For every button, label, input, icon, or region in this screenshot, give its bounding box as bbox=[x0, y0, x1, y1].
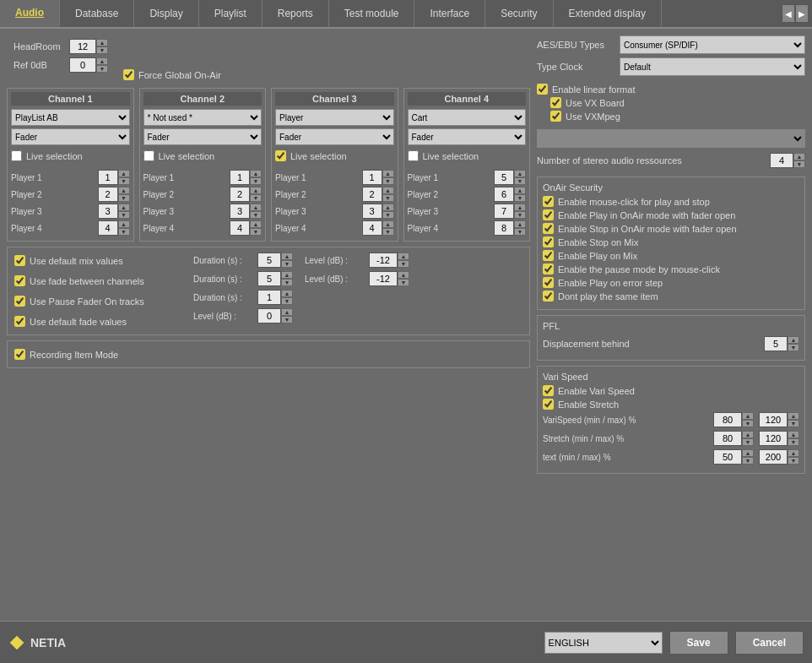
ch3-p1-down[interactable]: ▼ bbox=[382, 177, 394, 185]
ch2-p1-up[interactable]: ▲ bbox=[250, 170, 262, 177]
lev4-up[interactable]: ▲ bbox=[281, 308, 293, 316]
onair-item-3-checkbox[interactable] bbox=[543, 223, 554, 234]
stereo-resources-input[interactable] bbox=[770, 153, 793, 168]
channel-2-fader-select[interactable]: Fader bbox=[143, 128, 263, 145]
vari-min-up[interactable]: ▲ bbox=[742, 412, 754, 420]
text-min-up[interactable]: ▲ bbox=[742, 449, 754, 457]
text-max-input[interactable] bbox=[759, 449, 788, 465]
channel-4-player3-input[interactable] bbox=[494, 204, 514, 219]
channel-4-player2-input[interactable] bbox=[494, 187, 514, 202]
ch2-p1-down[interactable]: ▼ bbox=[250, 177, 262, 185]
onair-item-2-checkbox[interactable] bbox=[543, 209, 554, 220]
vari-min-down[interactable]: ▼ bbox=[742, 420, 754, 427]
text-min-down[interactable]: ▼ bbox=[742, 457, 754, 465]
tab-database[interactable]: Database bbox=[60, 0, 134, 27]
mix-default-fade-checkbox[interactable] bbox=[14, 316, 25, 327]
ch3-p3-up[interactable]: ▲ bbox=[382, 204, 394, 211]
onair-item-5-checkbox[interactable] bbox=[543, 250, 554, 261]
use-vx-board-checkbox[interactable] bbox=[550, 97, 561, 108]
channel-4-source-select[interactable]: PlayList AB Player Cart * Not used * bbox=[408, 109, 527, 126]
ch2-p2-up[interactable]: ▲ bbox=[250, 187, 262, 194]
vari-max-down[interactable]: ▼ bbox=[788, 420, 799, 427]
ch1-p2-up[interactable]: ▲ bbox=[118, 187, 130, 194]
channel-1-player2-input[interactable] bbox=[98, 187, 118, 202]
duration-3-input[interactable] bbox=[257, 290, 281, 305]
lev1-down[interactable]: ▼ bbox=[398, 260, 409, 268]
duration-1-input[interactable] bbox=[257, 253, 281, 268]
stereo-down[interactable]: ▼ bbox=[793, 160, 805, 168]
dur2-down[interactable]: ▼ bbox=[281, 279, 293, 286]
cancel-button[interactable]: Cancel bbox=[735, 631, 804, 655]
tab-next-button[interactable]: ▶ bbox=[795, 4, 809, 23]
stretch-max-down[interactable]: ▼ bbox=[788, 438, 799, 446]
stretch-min-up[interactable]: ▲ bbox=[742, 431, 754, 438]
stretch-max-input[interactable] bbox=[759, 431, 788, 446]
vari-max-input[interactable] bbox=[759, 412, 788, 427]
ch4-p4-up[interactable]: ▲ bbox=[514, 220, 526, 228]
channel-1-player4-input[interactable] bbox=[98, 220, 118, 236]
channel-1-player3-input[interactable] bbox=[98, 204, 118, 219]
stereo-up[interactable]: ▲ bbox=[793, 153, 805, 160]
ch1-p1-up[interactable]: ▲ bbox=[118, 170, 130, 177]
dur3-up[interactable]: ▲ bbox=[281, 290, 293, 297]
use-vxmpeg-checkbox[interactable] bbox=[550, 111, 561, 122]
save-button[interactable]: Save bbox=[669, 631, 728, 655]
vari-max-up[interactable]: ▲ bbox=[788, 412, 799, 420]
ch4-p2-down[interactable]: ▼ bbox=[514, 194, 526, 202]
onair-item-7-checkbox[interactable] bbox=[543, 277, 554, 288]
channel-4-player4-input[interactable] bbox=[494, 220, 514, 236]
tab-audio[interactable]: Audio bbox=[0, 0, 60, 27]
lev4-down[interactable]: ▼ bbox=[281, 316, 293, 323]
level-4-input[interactable] bbox=[257, 308, 281, 323]
stretch-max-up[interactable]: ▲ bbox=[788, 431, 799, 438]
tab-testmodule[interactable]: Test module bbox=[329, 0, 415, 27]
channel-4-player1-input[interactable] bbox=[494, 170, 514, 185]
channel-2-player2-input[interactable] bbox=[230, 187, 250, 202]
stretch-min-down[interactable]: ▼ bbox=[742, 438, 754, 446]
ch3-p4-up[interactable]: ▲ bbox=[382, 220, 394, 228]
vari-min-input[interactable] bbox=[713, 412, 742, 427]
ch3-p1-up[interactable]: ▲ bbox=[382, 170, 394, 177]
level-1-input[interactable] bbox=[369, 253, 398, 268]
channel-2-player1-input[interactable] bbox=[230, 170, 250, 185]
channel-2-live-checkbox[interactable] bbox=[143, 150, 154, 161]
dur1-down[interactable]: ▼ bbox=[281, 260, 293, 268]
ch1-p3-up[interactable]: ▲ bbox=[118, 204, 130, 211]
ch2-p3-down[interactable]: ▼ bbox=[250, 211, 262, 219]
recording-item-mode-checkbox[interactable] bbox=[14, 349, 25, 360]
ch1-p4-up[interactable]: ▲ bbox=[118, 220, 130, 228]
channel-1-player1-input[interactable] bbox=[98, 170, 118, 185]
channel-4-fader-select[interactable]: Fader bbox=[408, 128, 527, 145]
dur3-down[interactable]: ▼ bbox=[281, 297, 293, 305]
channel-3-player1-input[interactable] bbox=[362, 170, 382, 185]
ch1-p2-down[interactable]: ▼ bbox=[118, 194, 130, 202]
level-2-input[interactable] bbox=[369, 271, 398, 286]
text-max-up[interactable]: ▲ bbox=[788, 449, 799, 457]
channel-3-player3-input[interactable] bbox=[362, 204, 382, 219]
ch2-p3-up[interactable]: ▲ bbox=[250, 204, 262, 211]
ch3-p4-down[interactable]: ▼ bbox=[382, 228, 394, 236]
mix-pause-fader-checkbox[interactable] bbox=[14, 296, 25, 307]
tab-playlist[interactable]: Playlist bbox=[199, 0, 263, 27]
headroom-down-btn[interactable]: ▼ bbox=[96, 46, 108, 54]
duration-2-input[interactable] bbox=[257, 271, 281, 286]
mix-default-mix-checkbox[interactable] bbox=[14, 255, 25, 266]
channel-4-live-checkbox[interactable] bbox=[408, 150, 419, 161]
text-max-down[interactable]: ▼ bbox=[788, 457, 799, 465]
channel-3-player2-input[interactable] bbox=[362, 187, 382, 202]
headroom-up-btn[interactable]: ▲ bbox=[96, 39, 108, 46]
channel-2-source-select[interactable]: PlayList AB Player Cart * Not used * bbox=[143, 109, 263, 126]
ref0db-up-btn[interactable]: ▲ bbox=[96, 57, 108, 65]
lev2-up[interactable]: ▲ bbox=[398, 271, 409, 279]
lev2-down[interactable]: ▼ bbox=[398, 279, 409, 286]
mix-fade-channels-checkbox[interactable] bbox=[14, 275, 25, 286]
dur1-up[interactable]: ▲ bbox=[281, 253, 293, 260]
ch2-p4-down[interactable]: ▼ bbox=[250, 228, 262, 236]
ch4-p1-up[interactable]: ▲ bbox=[514, 170, 526, 177]
tab-extended[interactable]: Extended display bbox=[554, 0, 662, 27]
displacement-input[interactable] bbox=[764, 336, 788, 351]
channel-3-live-checkbox[interactable] bbox=[275, 150, 286, 161]
onair-item-4-checkbox[interactable] bbox=[543, 236, 554, 247]
ch4-p2-up[interactable]: ▲ bbox=[514, 187, 526, 194]
ch1-p4-down[interactable]: ▼ bbox=[118, 228, 130, 236]
